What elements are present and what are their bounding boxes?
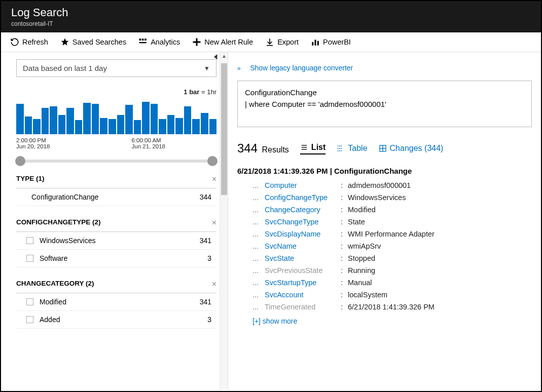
tab-changes-label: Changes (344) xyxy=(390,144,444,153)
histogram-bar[interactable] xyxy=(142,102,150,134)
field-key[interactable]: ChangeCategory xyxy=(265,206,341,214)
svg-point-14 xyxy=(341,145,342,146)
facet-group: CONFIGCHANGETYPE (2)×WindowsServices341S… xyxy=(16,218,216,267)
table-icon xyxy=(337,144,345,152)
new-alert-button[interactable]: New Alert Rule xyxy=(192,37,253,47)
histogram-bar[interactable] xyxy=(201,113,208,134)
record-field-row: ...SvcStartupType:Manual xyxy=(237,277,532,289)
histogram-bar[interactable] xyxy=(66,108,74,134)
ellipsis-icon[interactable]: ... xyxy=(252,193,265,202)
field-value: Modified xyxy=(348,206,376,214)
close-icon[interactable]: × xyxy=(212,175,216,184)
ellipsis-icon[interactable]: ... xyxy=(252,218,265,226)
facet-row[interactable]: WindowsServices341 xyxy=(16,232,216,250)
histogram-bar[interactable] xyxy=(134,120,141,134)
analytics-button[interactable]: Analytics xyxy=(138,37,180,47)
facet-row[interactable]: Modified341 xyxy=(16,293,216,311)
slider-handle-end[interactable] xyxy=(207,156,218,166)
histogram-bar[interactable] xyxy=(184,106,192,134)
histogram-bar[interactable] xyxy=(117,115,125,134)
histogram-bar[interactable] xyxy=(109,119,116,134)
histogram-bar[interactable] xyxy=(159,119,166,134)
histogram-bar[interactable] xyxy=(151,104,158,134)
tab-changes[interactable]: Changes (344) xyxy=(379,144,444,153)
download-icon xyxy=(265,37,274,47)
list-icon xyxy=(300,143,308,151)
histogram-bar[interactable] xyxy=(25,116,32,134)
ellipsis-icon[interactable]: ... xyxy=(252,254,265,262)
field-key[interactable]: SvcState xyxy=(265,254,341,262)
histogram-bar[interactable] xyxy=(83,103,91,134)
ellipsis-icon[interactable]: ... xyxy=(252,303,265,311)
analytics-icon xyxy=(138,37,148,47)
ellipsis-icon[interactable]: ... xyxy=(252,266,265,275)
legacy-converter-link[interactable]: » Show legacy language converter xyxy=(237,63,532,72)
checkbox[interactable] xyxy=(26,255,33,262)
svg-rect-3 xyxy=(139,42,147,43)
field-key[interactable]: TimeGenerated xyxy=(265,303,341,311)
slider-handle-start[interactable] xyxy=(15,156,25,166)
histogram-bar[interactable] xyxy=(100,118,107,134)
field-key[interactable]: SvcAccount xyxy=(265,291,341,299)
scrollbar[interactable]: ▲ xyxy=(220,52,228,389)
ellipsis-icon[interactable]: ... xyxy=(252,279,265,287)
facet-row[interactable]: ConfigurationChange344 xyxy=(16,188,216,206)
timerange-dropdown[interactable]: Data based on last 1 day ▼ xyxy=(16,59,216,77)
histogram-bar[interactable] xyxy=(42,108,49,134)
scroll-up-icon[interactable]: ▲ xyxy=(220,53,228,59)
field-key[interactable]: SvcName xyxy=(265,242,341,250)
histogram-bar[interactable] xyxy=(209,119,217,134)
query-editor[interactable]: ConfigurationChange | where Computer == … xyxy=(237,81,532,127)
histogram-bar[interactable] xyxy=(58,115,66,134)
tab-table-label: Table xyxy=(348,144,367,153)
colon: : xyxy=(341,266,348,275)
field-key[interactable]: SvcPreviousState xyxy=(265,266,341,275)
facet-row[interactable]: Software3 xyxy=(16,250,216,267)
tab-table[interactable]: Table xyxy=(337,144,367,153)
ellipsis-icon[interactable]: ... xyxy=(252,181,265,189)
histogram-bar[interactable] xyxy=(192,119,200,134)
close-icon[interactable]: × xyxy=(212,218,216,227)
export-button[interactable]: Export xyxy=(265,37,299,47)
checkbox[interactable] xyxy=(26,237,33,244)
facet-count: 344 xyxy=(200,193,216,201)
histogram-bar[interactable] xyxy=(33,119,41,134)
histogram-bar[interactable] xyxy=(92,104,99,134)
field-key[interactable]: SvcDisplayName xyxy=(265,230,341,238)
checkbox[interactable] xyxy=(26,298,33,305)
ellipsis-icon[interactable]: ... xyxy=(252,230,265,238)
histogram-bar[interactable] xyxy=(16,104,24,134)
histogram-bar[interactable] xyxy=(50,106,57,134)
chevron-double-down-icon: » xyxy=(237,65,241,72)
time-slider[interactable] xyxy=(16,160,216,163)
refresh-button[interactable]: Refresh xyxy=(10,37,48,47)
saved-searches-button[interactable]: Saved Searches xyxy=(60,37,126,47)
histogram-bar[interactable] xyxy=(75,120,83,134)
axis-right-date: Jun 21, 2018 xyxy=(132,143,217,149)
field-key[interactable]: Computer xyxy=(265,181,341,189)
star-icon xyxy=(60,37,69,47)
ellipsis-icon[interactable]: ... xyxy=(252,291,265,299)
field-key[interactable]: SvcStartupType xyxy=(265,279,341,287)
ellipsis-icon[interactable]: ... xyxy=(252,242,265,250)
colon: : xyxy=(341,303,348,311)
tab-list[interactable]: List xyxy=(300,143,326,154)
close-icon[interactable]: × xyxy=(212,280,216,289)
powerbi-button[interactable]: PowerBI xyxy=(311,37,351,47)
scroll-thumb[interactable] xyxy=(221,63,227,195)
facet-row[interactable]: Added3 xyxy=(16,311,216,329)
field-key[interactable]: ConfigChangeType xyxy=(265,193,341,202)
ellipsis-icon[interactable]: ... xyxy=(252,206,265,214)
field-key[interactable]: SvcChangeType xyxy=(265,218,341,226)
field-value: WMI Performance Adapter xyxy=(348,230,435,238)
histogram-bar[interactable] xyxy=(175,118,183,134)
histogram-bar[interactable] xyxy=(125,105,133,134)
field-value: Manual xyxy=(348,279,372,287)
show-more-link[interactable]: [+] show more xyxy=(252,317,532,325)
checkbox[interactable] xyxy=(26,316,33,323)
collapse-left-icon[interactable]: ◀ xyxy=(214,52,218,60)
record-field-row: ...SvcChangeType:State xyxy=(237,216,532,228)
histogram-bar[interactable] xyxy=(167,115,175,134)
field-value: Stopped xyxy=(348,254,375,262)
histogram-chart[interactable] xyxy=(16,99,216,134)
